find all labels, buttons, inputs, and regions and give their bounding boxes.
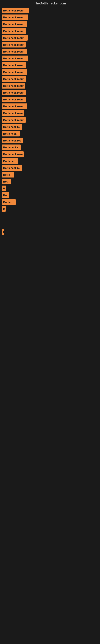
bar-row — [2, 213, 98, 220]
bottleneck-bar: Bottleneck result — [2, 21, 27, 27]
bottleneck-bar: Bottle — [2, 172, 14, 178]
bar-row: Bottleneck re — [2, 165, 98, 171]
bar-row: Bott — [2, 179, 98, 184]
bottleneck-bar: Bottleneck result — [2, 96, 26, 102]
bar-row: B — [2, 229, 98, 235]
bar-row: Bottlenec — [2, 158, 98, 164]
bar-label: Bott — [3, 180, 8, 183]
bottleneck-bar: Bottleneck res — [2, 138, 23, 143]
bottleneck-bar: Bottleneck re — [2, 165, 22, 171]
bar-label: Bottleneck result — [3, 98, 24, 101]
site-title: TheBottlenecker.com — [0, 0, 100, 8]
bar-label: B — [3, 230, 4, 234]
bar-label: Bottleneck result — [3, 105, 24, 108]
bottleneck-bar: Bottleneck result — [2, 76, 26, 82]
bottleneck-bar: Bott — [2, 179, 11, 184]
bar-label: Bottleneck resu — [3, 153, 23, 156]
bottleneck-bar: Bottleneck result — [2, 62, 26, 68]
bottleneck-bar: Bottleneck r — [2, 144, 21, 150]
bar-label: B — [3, 187, 5, 190]
bar-row: Bottleneck result — [2, 76, 98, 82]
bar-label: Bottleneck result — [3, 71, 24, 74]
bottleneck-bar: B — [2, 186, 6, 191]
bottleneck-bar: Bottleneck result — [2, 117, 26, 123]
bar-label: Bottleneck result — [3, 64, 24, 67]
bottleneck-bar: Bottleneck result — [2, 69, 27, 75]
bar-row — [2, 221, 98, 228]
bar-row: Bottleneck result — [2, 14, 98, 20]
bar-row: Bottleneck result — [2, 104, 98, 109]
bottleneck-bar: Bottlenec — [2, 158, 18, 164]
bar-label: Bottleneck — [3, 132, 16, 135]
bar-row — [2, 236, 98, 243]
bar-row: B — [2, 186, 98, 191]
bar-row: Bottleneck result — [2, 117, 98, 123]
bottleneck-bar: B — [2, 229, 4, 235]
bar-label: Bottlenec — [3, 160, 15, 162]
bar-label: Bottlen — [3, 201, 12, 204]
bar-label: Bottleneck result — [3, 112, 24, 115]
bar-row: Bottleneck result — [2, 49, 98, 54]
bottleneck-bar: B — [2, 206, 6, 212]
bar-label: Bottleneck result — [3, 91, 24, 94]
bottleneck-bar: Bottleneck result — [2, 28, 26, 34]
bottleneck-bar: Bottleneck result — [2, 42, 26, 48]
bar-row: Bottleneck resu — [2, 151, 98, 157]
bottleneck-bar: Bottleneck result — [2, 110, 24, 116]
bar-row: Bottleneck result — [2, 8, 98, 13]
bar-label: Bottleneck re — [3, 126, 20, 128]
bar-row — [2, 252, 98, 259]
bar-row: Bottle — [2, 172, 98, 178]
bottleneck-bar: Bottlen — [2, 199, 16, 205]
bar-row: Bottleneck result — [2, 56, 98, 61]
bar-label: Bottleneck result — [3, 23, 24, 26]
bar-row: Bottleneck result — [2, 96, 98, 102]
bar-row: Bottleneck result — [2, 28, 98, 34]
bar-row: Bottleneck result — [2, 62, 98, 68]
bar-label: Bottleneck result — [3, 9, 24, 12]
bar-label: Bottleneck res — [3, 139, 21, 142]
bar-label: Bottleneck result — [3, 43, 24, 46]
bar-row: Bottleneck res — [2, 138, 98, 143]
bottleneck-bar: Bottleneck result — [2, 83, 25, 88]
bar-row: B — [2, 206, 98, 212]
bar-row: Bottleneck result — [2, 83, 98, 88]
bottleneck-bar: Bottleneck resu — [2, 151, 24, 157]
bar-label: Bot — [3, 194, 8, 197]
bar-label: Bottleneck result — [3, 57, 24, 60]
bottleneck-bar: Bottleneck result — [2, 14, 28, 20]
bottleneck-bar: Bottleneck re — [2, 124, 22, 130]
bottleneck-bar: Bottleneck result — [2, 8, 29, 13]
bar-row: Bottleneck result — [2, 110, 98, 116]
bar-label: Bottleneck r — [3, 146, 18, 149]
bar-label: Bottleneck result — [3, 36, 24, 40]
bar-label: Bottleneck result — [3, 30, 24, 32]
bar-label: B — [3, 208, 5, 210]
bar-row: Bot — [2, 192, 98, 198]
bar-row: Bottleneck result — [2, 42, 98, 48]
bar-row: Bottleneck result — [2, 21, 98, 27]
bottleneck-bar: Bottleneck result — [2, 35, 28, 41]
bottleneck-bar: Bottleneck result — [2, 49, 27, 54]
bar-label: Bottle — [3, 173, 11, 176]
bottleneck-bar: Bottleneck result — [2, 56, 28, 61]
bar-label: Bottleneck re — [3, 166, 20, 170]
bar-label: Bottleneck result — [3, 78, 24, 80]
bottleneck-bar: Bottleneck result — [2, 104, 27, 109]
bar-label: Bottleneck result — [3, 118, 24, 122]
bottleneck-bar: Bottleneck result — [2, 90, 26, 96]
bar-row: Bottleneck — [2, 131, 98, 136]
bottleneck-bar: Bottleneck — [2, 131, 20, 136]
bar-row: Bottleneck r — [2, 144, 98, 150]
bar-label: Bottleneck result — [3, 50, 24, 53]
bar-row: Bottleneck result — [2, 90, 98, 96]
bar-row: Bottlen — [2, 199, 98, 205]
bottleneck-bar: Bot — [2, 192, 9, 198]
bar-row — [2, 244, 98, 251]
bar-row: Bottleneck result — [2, 35, 98, 41]
bar-label: Bottleneck result — [3, 16, 24, 19]
bar-label: Bottleneck result — [3, 84, 24, 87]
bar-row: Bottleneck result — [2, 69, 98, 75]
bar-row: Bottleneck re — [2, 124, 98, 130]
bars-container: Bottleneck resultBottleneck resultBottle… — [0, 8, 100, 259]
